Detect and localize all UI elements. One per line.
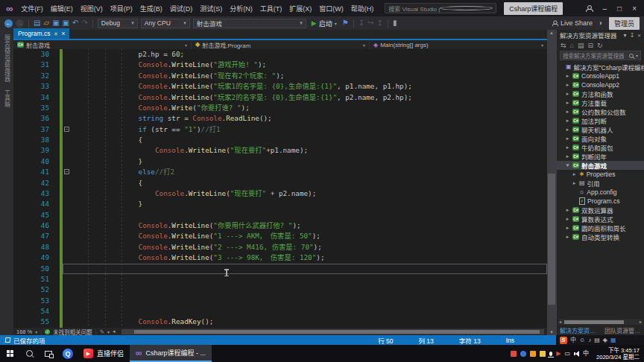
code-line-content[interactable]: { [63,178,547,188]
solution-config-dropdown[interactable]: Debug▾ [98,19,138,28]
tree-item-方法和函数[interactable]: ▸C#方法和函数 [557,89,644,98]
breakpoint-margin[interactable] [13,135,34,145]
minimize-button[interactable]: – [603,4,607,13]
breakpoint-margin[interactable] [13,296,34,306]
sogou-tool-icon[interactable]: ♪ [588,337,591,343]
sogou-tool-icon[interactable]: ◈ [603,337,607,343]
current-line[interactable] [63,264,547,274]
chevron-right-icon[interactable]: ▸ [565,136,570,142]
step-out-icon[interactable]: ↥ [377,19,383,27]
start-debug-button[interactable]: ▶ 启动 ▾ [309,19,339,28]
breakpoint-margin[interactable] [13,81,34,92]
menu-窗口(W)[interactable]: 窗口(W) [315,2,347,15]
panel-menu-icon[interactable]: ▾ [624,32,627,39]
code-line-content[interactable]: Console.WriteLine("3 ---> 98K， 伤害是: 120"… [63,253,547,263]
breakpoint-margin[interactable] [13,145,34,156]
monitor-tray-icon[interactable]: ▭ [564,351,570,357]
hot-reload-icon[interactable]: ⚑ [342,19,349,27]
bookmark-icon[interactable]: ▮ [393,19,397,27]
navbar-member-dropdown[interactable]: ◈ Main(string[] args)▾ [370,42,547,48]
chevron-right-icon[interactable]: ▸ [565,207,570,213]
chevron-right-icon[interactable]: ▸ [565,216,570,222]
close-button[interactable]: × [632,4,637,13]
breakpoint-margin[interactable] [13,264,34,274]
chevron-down-icon[interactable]: ▾ [565,162,570,168]
menu-生成(B)[interactable]: 生成(B) [136,2,166,15]
saved-items-indicator[interactable]: 已保存的项 [0,336,51,345]
breakpoint-margin[interactable] [13,253,34,263]
navigate-back-icon[interactable]: ← [4,19,13,28]
breakpoint-margin[interactable] [13,113,34,124]
code-line-content[interactable] [63,306,547,317]
tree-item-解决方案"Csharp课程编程"[interactable]: ▣解决方案"Csharp课程编程" [557,63,644,72]
breakpoint-margin[interactable] [13,199,34,209]
pin-icon[interactable]: ↧ [630,32,635,39]
tree-item-加法判断[interactable]: ▸C#加法判断 [557,116,644,125]
fold-collapse-icon[interactable]: − [64,169,69,174]
chevron-right-icon[interactable]: ▸ [565,82,570,88]
code-line-content[interactable]: Console.WriteLine("玩家1的名字是: {0},生命值是:{1}… [63,81,547,92]
tray-app-icon[interactable] [520,351,526,357]
breakpoint-margin[interactable] [13,220,34,231]
chevron-right-icon[interactable]: ▸ [565,127,570,133]
menu-项目(P)[interactable]: 项目(P) [107,2,136,15]
tree-item-判断闰年[interactable]: ▸C#判断闰年 [557,152,644,161]
vertical-scrollbar[interactable]: ▴ ▾ [547,30,556,335]
code-line-content[interactable]: Console.WriteLine("游戏开始! "); [63,60,547,70]
scroll-up-arrow[interactable]: ▴ [550,31,553,35]
vs-search-box[interactable]: 搜索 Visual Studio (Ctrl+Q) [385,3,496,13]
scroll-down-arrow[interactable]: ▾ [550,330,553,334]
navigate-forward-icon[interactable]: → [16,19,24,28]
breakpoint-margin[interactable] [13,285,34,295]
chevron-right-icon[interactable]: ▸ [565,100,570,106]
chevron-right-icon[interactable]: ▸ [565,91,570,97]
redo-icon[interactable]: ↷ [81,19,87,27]
sogou-logo-icon[interactable]: S [560,337,567,344]
breakpoint-margin[interactable] [13,71,34,81]
dock-tab-服务器资源管理器[interactable]: 服务器资源管理器 [3,34,11,82]
breakpoint-margin[interactable] [13,317,34,327]
sync-icon[interactable]: ⇆ [561,42,566,49]
tree-item-牛奶和面包[interactable]: ▸C#牛奶和面包 [557,143,644,152]
chevron-right-icon[interactable]: ▸ [572,180,577,186]
tree-item-自动类型转换[interactable]: ▸C#自动类型转换 [557,232,644,241]
task-view-button[interactable] [39,345,58,362]
step-over-icon[interactable]: ↪ [367,19,373,27]
menu-编辑(E)[interactable]: 编辑(E) [47,2,77,15]
collapse-all-icon[interactable]: ⊟ [588,42,594,49]
breakpoint-margin[interactable] [13,92,34,103]
menu-调试(D)[interactable]: 调试(D) [166,2,197,15]
code-line-content[interactable]: } [63,199,547,209]
menu-视图(V)[interactable]: 视图(V) [77,2,107,15]
chevron-right-icon[interactable]: ▸ [565,73,570,79]
code-editor[interactable]: 30 p2.hp = 60;31 Console.WriteLine("游戏开始… [13,49,547,328]
zoom-level-select[interactable]: 168 % [16,328,32,335]
tree-item-Program.cs[interactable]: Program.cs [557,197,644,206]
player-tray-icon[interactable]: ▶ [556,351,561,357]
sogou-tool-icon[interactable]: ☺ [579,337,585,343]
code-line-content[interactable] [63,210,547,220]
tree-item-ConsoleApp2[interactable]: ▸C#ConsoleApp2 [557,80,644,89]
chevron-right-icon[interactable]: ▸ [565,234,570,240]
pencil-icon[interactable]: ✎ [100,328,104,335]
menu-扩展(X)[interactable]: 扩展(X) [285,2,315,15]
code-line-content[interactable] [63,274,547,285]
panel-close-icon[interactable]: × [637,32,641,39]
code-line-content[interactable]: Console.WriteLine("2 ---> M416, 伤害是: 70"… [63,242,547,253]
feedback-icon[interactable]: ◗ [599,19,603,27]
breakpoint-margin[interactable] [13,156,34,167]
breakpoint-margin[interactable] [13,167,34,177]
code-line-content[interactable]: Console.WriteLine("现在有2个玩家: "); [63,71,547,81]
breakpoint-margin[interactable] [13,124,34,135]
code-line-content[interactable]: − if (str == "1")//打1 [63,124,547,135]
app-button-visual-studio[interactable]: ∞ Csharp课程编程 - ... [130,345,212,362]
tray-app-icon[interactable] [511,351,517,357]
tree-item-引用[interactable]: ▸▤引用 [557,179,644,188]
undo-icon[interactable]: ↶ [72,19,78,27]
save-all-icon[interactable]: ▣ [63,19,69,27]
app-button-live-companion[interactable]: ▶ 直播伴侣 [78,345,130,362]
chevron-right-icon[interactable]: ▸ [565,118,570,124]
dock-tab-工具箱[interactable]: 工具箱 [3,89,11,107]
code-line-content[interactable]: − else//打2 [63,167,547,177]
code-line-content[interactable]: Console.ReadKey(); [63,317,547,327]
